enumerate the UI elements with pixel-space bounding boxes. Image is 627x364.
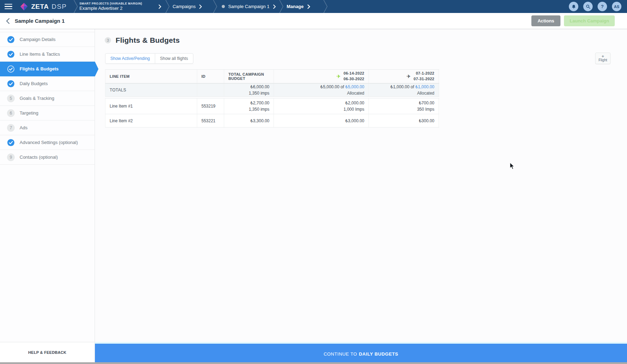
show-active-pending-button[interactable]: Show Active/Pending (105, 53, 155, 64)
page-title: Sample Campaign 1 (15, 18, 65, 24)
user-avatar[interactable]: AS (612, 2, 621, 11)
check-circle-icon (7, 80, 15, 88)
breadcrumb-advertiser[interactable]: SMART PROJECTS (VARIABLE MARGIN) Example… (80, 0, 161, 13)
totals-flight2-spent: ₺1,000.00 of (391, 84, 414, 89)
sidebar-item-label: Flights & Budgets (20, 66, 58, 71)
line-item-flight2-imps: 350 Imps (417, 106, 434, 112)
back-arrow-icon[interactable] (6, 18, 10, 24)
step-number-icon: 6 (7, 109, 15, 117)
plus-icon: + (601, 54, 604, 58)
bottom-bar: HELP & FEEDBACK CONTINUE TO DAILY BUDGET… (0, 342, 627, 364)
sidebar-item-label: Contacts (optional) (20, 154, 58, 160)
flight-2-end-date: 07-31-2022 (414, 77, 434, 81)
continue-target: DAILY BUDGETS (359, 351, 399, 357)
line-item-name[interactable]: Line Item #1 (110, 103, 133, 109)
search-icon[interactable] (583, 2, 593, 11)
help-icon[interactable]: ? (598, 2, 607, 11)
step-number-icon: 7 (7, 124, 15, 132)
sidebar-item-line-items-tactics[interactable]: Line Items & Tactics (0, 47, 95, 62)
col-header-line-item: LINE ITEM (105, 70, 197, 83)
breadcrumb-separator (279, 0, 284, 13)
breadcrumb-campaigns[interactable]: Campaigns (173, 0, 202, 13)
section-title: Flights & Budgets (116, 36, 180, 44)
chevron-right-icon (307, 4, 310, 9)
table-row-line-item-1[interactable]: Line Item #1 553219 ₺2,700.00 1,350 imps… (105, 98, 439, 114)
line-item-budget-amount: ₺3,300.00 (250, 118, 269, 124)
campaign-header-bar: Sample Campaign 1 Actions Launch Campaig… (0, 13, 627, 29)
help-feedback-button[interactable]: HELP & FEEDBACK (0, 342, 95, 364)
airplane-icon: ✈ (407, 74, 411, 79)
sidebar-item-flights-budgets[interactable]: Flights & Budgets (0, 62, 95, 76)
chevron-right-icon (199, 4, 202, 9)
line-item-budget-imps: 1,350 imps (249, 106, 269, 112)
show-all-flights-button[interactable]: Show all flights (155, 53, 193, 64)
flight-1-start-date: 06-14-2022 (344, 71, 364, 75)
sidebar-item-label: Line Items & Tactics (20, 51, 60, 57)
check-circle-icon (7, 139, 15, 146)
line-item-name[interactable]: Line Item #2 (110, 118, 133, 124)
table-header-row: LINE ITEM ID TOTAL CAMPAIGN BUDGET ✈ 06-… (105, 69, 439, 83)
sidebar-item-targeting[interactable]: 6 Targeting (0, 106, 95, 121)
flight-filter-group: Show Active/Pending Show all flights (105, 53, 193, 64)
avatar-initials: AS (614, 5, 619, 9)
logo-text-dsp: DSP (51, 3, 67, 11)
continue-to-daily-budgets-button[interactable]: CONTINUE TO DAILY BUDGETS (95, 344, 627, 364)
breadcrumb-campaign[interactable]: Sample Campaign 1 (222, 0, 276, 13)
campaign-steps-sidebar: Campaign Details Line Items & Tactics Fl… (0, 29, 95, 342)
totals-flight1-spent: ₺5,000.00 of (321, 84, 344, 89)
breadcrumb-separator (323, 0, 328, 13)
sidebar-item-contacts[interactable]: 9 Contacts (optional) (0, 150, 95, 165)
breadcrumb-separator (213, 0, 218, 13)
hamburger-menu-icon[interactable] (0, 0, 16, 13)
breadcrumb-manage-label: Manage (287, 4, 303, 9)
flights-budgets-table: LINE ITEM ID TOTAL CAMPAIGN BUDGET ✈ 06-… (105, 69, 439, 128)
notifications-bell-icon[interactable] (569, 2, 578, 11)
add-flight-button[interactable]: + Flight (595, 53, 611, 64)
sidebar-item-daily-budgets[interactable]: Daily Budgets (0, 76, 95, 91)
totals-flight2-total-link[interactable]: ₺1,000.00 (415, 84, 434, 89)
breadcrumb-manage[interactable]: Manage (287, 0, 310, 13)
breadcrumb-campaign-label: Sample Campaign 1 (228, 4, 269, 9)
col-header-id: ID (197, 70, 224, 83)
sidebar-item-label: Targeting (20, 110, 38, 116)
line-item-flight1-imps: 1,000 Imps (344, 106, 364, 112)
line-item-flight1-amount: ₺2,000.00 (345, 100, 364, 106)
status-dot-icon (222, 5, 225, 8)
step-number-icon: 5 (7, 95, 15, 102)
step-3-badge: 3 (105, 37, 111, 43)
actions-button[interactable]: Actions (531, 15, 561, 26)
flight-2-start-date: 07-1-2022 (416, 71, 434, 75)
step-number-icon: 9 (7, 153, 15, 161)
logo-text-zeta: ZETA (31, 3, 49, 11)
sidebar-item-campaign-details[interactable]: Campaign Details (0, 32, 95, 47)
check-circle-icon (7, 36, 15, 43)
help-glyph: ? (601, 4, 604, 9)
line-item-id: 553219 (201, 103, 215, 109)
breadcrumb-project-label: SMART PROJECTS (VARIABLE MARGIN) (80, 2, 142, 6)
continue-prefix: CONTINUE TO (324, 351, 357, 357)
totals-flight2-allocated: Allocated (417, 90, 434, 96)
sidebar-item-goals-tracking[interactable]: 5 Goals & Tracking (0, 91, 95, 106)
breadcrumb-separator (165, 0, 170, 13)
breadcrumb-separator (73, 0, 78, 13)
totals-budget-imps: 1,350 imps (249, 90, 269, 96)
launch-campaign-button[interactable]: Launch Campaign (564, 15, 615, 26)
sidebar-item-label: Daily Budgets (20, 81, 48, 86)
totals-flight1-total-link[interactable]: ₺5,000.00 (345, 84, 364, 89)
sidebar-item-ads[interactable]: 7 Ads (0, 121, 95, 135)
line-item-budget-amount: ₺2,700.00 (250, 100, 269, 106)
col-header-flight-1[interactable]: ✈ 06-14-2022 06-30-2022 (274, 70, 369, 83)
chevron-right-icon (273, 4, 276, 9)
totals-flight1-allocated: Allocated (347, 90, 364, 96)
sidebar-item-label: Goals & Tracking (20, 96, 54, 101)
chevron-right-icon (158, 4, 161, 9)
sidebar-item-advanced-settings[interactable]: Advanced Settings (optional) (0, 135, 95, 150)
zeta-diamond-icon (20, 2, 28, 11)
flights-budgets-panel: 3 Flights & Budgets Show Active/Pending … (95, 29, 627, 342)
col-header-flight-2[interactable]: ✈ 07-1-2022 07-31-2022 (369, 70, 439, 83)
zeta-dsp-logo[interactable]: ZETA DSP (20, 0, 67, 13)
table-row-line-item-2[interactable]: Line Item #2 553221 ₺3,300.00 ₺3,000.00 … (105, 114, 439, 128)
top-navigation-bar: ZETA DSP SMART PROJECTS (VARIABLE MARGIN… (0, 0, 627, 13)
line-item-flight2-amount: ₺700.00 (419, 100, 434, 106)
breadcrumb-advertiser-name: Example Advertiser 2 (80, 6, 142, 11)
